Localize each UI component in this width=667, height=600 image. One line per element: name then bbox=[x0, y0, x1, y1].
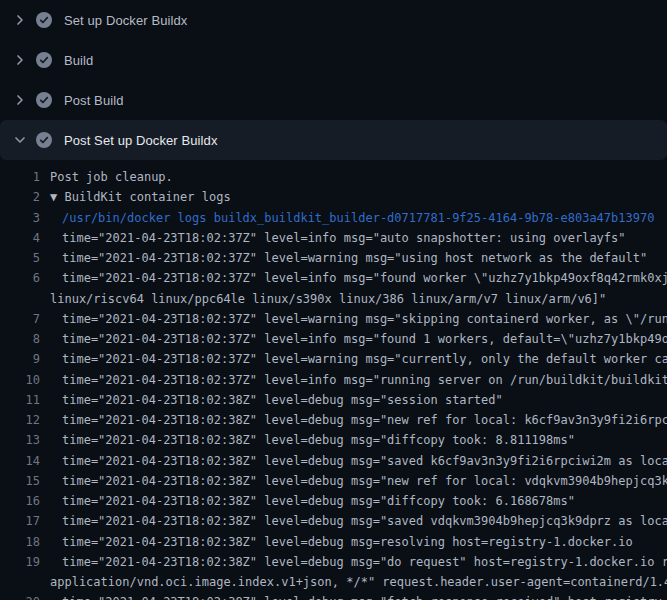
step-header-post-build[interactable]: Post Build bbox=[0, 80, 667, 120]
log-line-text: time="2021-04-23T18:02:38Z" level=debug … bbox=[62, 511, 667, 531]
log-line-number[interactable]: 1 bbox=[0, 167, 40, 187]
log-line-number[interactable]: 2 bbox=[0, 187, 40, 207]
log-line-text: time="2021-04-23T18:02:38Z" level=debug … bbox=[62, 532, 633, 552]
log-line-number[interactable]: 12 bbox=[0, 410, 40, 430]
log-line-5: 5time="2021-04-23T18:02:37Z" level=warni… bbox=[0, 248, 667, 268]
log-group-toggle[interactable]: ▼ BuildKit container logs bbox=[50, 187, 231, 207]
step-header-post-set-up-docker-buildx[interactable]: Post Set up Docker Buildx bbox=[0, 120, 667, 160]
log-line-text: Post job cleanup. bbox=[50, 167, 173, 187]
log-line-7: 7time="2021-04-23T18:02:37Z" level=warni… bbox=[0, 309, 667, 329]
log-line-6: 6time="2021-04-23T18:02:37Z" level=info … bbox=[0, 268, 667, 288]
log-line-number[interactable]: 16 bbox=[0, 491, 40, 511]
log-line-9: 9time="2021-04-23T18:02:37Z" level=warni… bbox=[0, 349, 667, 369]
step-header-build[interactable]: Build bbox=[0, 40, 667, 80]
log-line-text: time="2021-04-23T18:02:38Z" level=debug … bbox=[62, 410, 667, 430]
log-line-text: time="2021-04-23T18:02:37Z" level=info m… bbox=[62, 329, 667, 349]
log-line-16: 16time="2021-04-23T18:02:38Z" level=debu… bbox=[0, 491, 667, 511]
log-line-number[interactable]: 13 bbox=[0, 430, 40, 450]
log-line-text: time="2021-04-23T18:02:37Z" level=info m… bbox=[62, 228, 626, 248]
chevron-right-icon[interactable] bbox=[12, 92, 28, 108]
log-line-text: time="2021-04-23T18:02:38Z" level=debug … bbox=[62, 390, 503, 410]
log-line-number[interactable]: 6 bbox=[0, 268, 40, 288]
log-line-number[interactable]: 17 bbox=[0, 511, 40, 531]
log-line-text: time="2021-04-23T18:02:37Z" level=warnin… bbox=[62, 248, 647, 268]
log-line-text: time="2021-04-23T18:02:38Z" level=debug … bbox=[62, 430, 575, 450]
log-command-text: /usr/bin/docker logs buildx_buildkit_bui… bbox=[62, 208, 654, 228]
log-line-text: time="2021-04-23T18:02:38Z" level=debug … bbox=[62, 592, 667, 600]
log-line-continuation: linux/riscv64 linux/ppc64le linux/s390x … bbox=[0, 289, 667, 309]
log-line-number[interactable]: 11 bbox=[0, 390, 40, 410]
chevron-right-icon[interactable] bbox=[12, 52, 28, 68]
log-line-text: time="2021-04-23T18:02:38Z" level=debug … bbox=[62, 552, 667, 572]
log-line-8: 8time="2021-04-23T18:02:37Z" level=info … bbox=[0, 329, 667, 349]
log-line-12: 12time="2021-04-23T18:02:38Z" level=debu… bbox=[0, 410, 667, 430]
log-line-number[interactable]: 14 bbox=[0, 451, 40, 471]
log-line-number[interactable]: 19 bbox=[0, 552, 40, 572]
log-line-number[interactable]: 7 bbox=[0, 309, 40, 329]
log-line-number[interactable]: 8 bbox=[0, 329, 40, 349]
log-viewer: 1Post job cleanup.2▼ BuildKit container … bbox=[0, 160, 667, 600]
chevron-down-icon[interactable] bbox=[12, 132, 28, 148]
log-line-4: 4time="2021-04-23T18:02:37Z" level=info … bbox=[0, 228, 667, 248]
log-line-text: time="2021-04-23T18:02:38Z" level=debug … bbox=[62, 491, 575, 511]
log-line-text: linux/riscv64 linux/ppc64le linux/s390x … bbox=[50, 289, 606, 309]
log-line-number bbox=[0, 572, 40, 592]
check-circle-icon bbox=[36, 12, 52, 28]
log-line-10: 10time="2021-04-23T18:02:37Z" level=info… bbox=[0, 370, 667, 390]
log-line-number[interactable]: 3 bbox=[0, 208, 40, 228]
step-label: Post Build bbox=[64, 93, 124, 108]
log-line-number[interactable]: 4 bbox=[0, 228, 40, 248]
log-line-number[interactable]: 20 bbox=[0, 592, 40, 600]
step-label: Post Set up Docker Buildx bbox=[64, 133, 218, 148]
log-line-text: time="2021-04-23T18:02:37Z" level=warnin… bbox=[62, 309, 667, 329]
log-line-number bbox=[0, 289, 40, 309]
log-line-13: 13time="2021-04-23T18:02:38Z" level=debu… bbox=[0, 430, 667, 450]
log-line-continuation: application/vnd.oci.image.index.v1+json,… bbox=[0, 572, 667, 592]
log-line-text: time="2021-04-23T18:02:38Z" level=debug … bbox=[62, 451, 667, 471]
step-header-set-up-docker-buildx[interactable]: Set up Docker Buildx bbox=[0, 0, 667, 40]
log-line-text: time="2021-04-23T18:02:37Z" level=info m… bbox=[62, 268, 667, 288]
log-line-text: time="2021-04-23T18:02:37Z" level=info m… bbox=[62, 370, 667, 390]
log-line-number[interactable]: 10 bbox=[0, 370, 40, 390]
log-line-number[interactable]: 5 bbox=[0, 248, 40, 268]
log-line-15: 15time="2021-04-23T18:02:38Z" level=debu… bbox=[0, 471, 667, 491]
log-line-17: 17time="2021-04-23T18:02:38Z" level=debu… bbox=[0, 511, 667, 531]
log-line-3: 3/usr/bin/docker logs buildx_buildkit_bu… bbox=[0, 208, 667, 228]
log-line-number[interactable]: 15 bbox=[0, 471, 40, 491]
log-line-11: 11time="2021-04-23T18:02:38Z" level=debu… bbox=[0, 390, 667, 410]
step-label: Set up Docker Buildx bbox=[64, 13, 187, 28]
log-line-19: 19time="2021-04-23T18:02:38Z" level=debu… bbox=[0, 552, 667, 572]
log-line-text: application/vnd.oci.image.index.v1+json,… bbox=[50, 572, 667, 592]
log-line-text: time="2021-04-23T18:02:38Z" level=debug … bbox=[62, 471, 667, 491]
workflow-steps-list: Set up Docker BuildxBuildPost BuildPost … bbox=[0, 0, 667, 160]
log-line-number[interactable]: 9 bbox=[0, 349, 40, 369]
log-line-14: 14time="2021-04-23T18:02:38Z" level=debu… bbox=[0, 451, 667, 471]
step-label: Build bbox=[64, 53, 93, 68]
log-line-2: 2▼ BuildKit container logs bbox=[0, 187, 667, 207]
log-line-18: 18time="2021-04-23T18:02:38Z" level=debu… bbox=[0, 532, 667, 552]
log-line-20: 20time="2021-04-23T18:02:38Z" level=debu… bbox=[0, 592, 667, 600]
log-line-number[interactable]: 18 bbox=[0, 532, 40, 552]
check-circle-icon bbox=[36, 92, 52, 108]
log-line-text: time="2021-04-23T18:02:37Z" level=warnin… bbox=[62, 349, 667, 369]
log-line-1: 1Post job cleanup. bbox=[0, 167, 667, 187]
chevron-right-icon[interactable] bbox=[12, 12, 28, 28]
check-circle-icon bbox=[36, 52, 52, 68]
check-circle-icon bbox=[36, 132, 52, 148]
